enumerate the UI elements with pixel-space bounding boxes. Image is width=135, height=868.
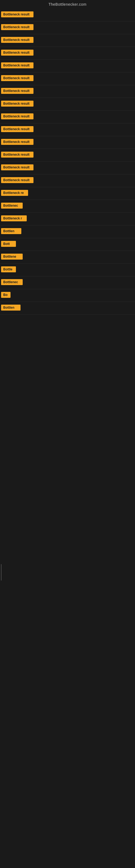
result-row: Bottleneck result xyxy=(0,123,135,136)
bottleneck-badge[interactable]: Bottlen xyxy=(1,305,20,311)
result-row: Bottleneck re xyxy=(0,187,135,200)
bottleneck-badge[interactable]: Bottleneck result xyxy=(1,24,34,30)
bottleneck-badge[interactable]: Bottleneck result xyxy=(1,37,34,43)
result-row: Bott xyxy=(0,238,135,251)
result-row: Bottleneck result xyxy=(0,22,135,34)
bottleneck-badge[interactable]: Bottleneck result xyxy=(1,126,34,132)
bottleneck-badge[interactable]: Bottle xyxy=(1,267,16,272)
bottleneck-badge[interactable]: Bottleneck result xyxy=(1,75,34,81)
bottleneck-badge[interactable]: Bottleneck result xyxy=(1,101,34,106)
result-row: Bottlene xyxy=(0,251,135,264)
result-row: Bottleneck result xyxy=(0,136,135,149)
bottleneck-badge[interactable]: Bottlenec xyxy=(1,279,23,285)
site-title: TheBottlenecker.com xyxy=(0,0,135,9)
bottleneck-badge[interactable]: Bottleneck result xyxy=(1,50,34,56)
bottleneck-badge[interactable]: Bo xyxy=(1,292,10,298)
results-list: Bottleneck resultBottleneck resultBottle… xyxy=(0,9,135,315)
bottleneck-badge[interactable]: Bottleneck result xyxy=(1,88,34,94)
result-row: Bottleneck result xyxy=(0,72,135,85)
bottleneck-badge[interactable]: Bottleneck r xyxy=(1,215,27,221)
result-row: Bottleneck result xyxy=(0,85,135,98)
bottleneck-badge[interactable]: Bottlenec xyxy=(1,203,23,209)
result-row: Bo xyxy=(0,289,135,302)
bottleneck-badge[interactable]: Bottleneck result xyxy=(1,164,34,170)
result-row: Bottleneck result xyxy=(0,149,135,162)
footer-line xyxy=(1,564,1,581)
bottleneck-badge[interactable]: Bottleneck result xyxy=(1,62,34,68)
bottleneck-badge[interactable]: Bott xyxy=(1,241,16,247)
result-row: Bottleneck result xyxy=(0,9,135,22)
result-row: Bottleneck r xyxy=(0,213,135,225)
result-row: Bottleneck result xyxy=(0,98,135,111)
result-row: Bottleneck result xyxy=(0,162,135,175)
result-row: Bottlenec xyxy=(0,200,135,213)
result-row: Bottleneck result xyxy=(0,47,135,60)
result-row: Bottleneck result xyxy=(0,175,135,187)
bottleneck-badge[interactable]: Bottleneck result xyxy=(1,11,34,18)
result-row: Bottleneck result xyxy=(0,60,135,72)
result-row: Bottlenec xyxy=(0,276,135,289)
bottleneck-badge[interactable]: Bottleneck result xyxy=(1,152,34,158)
result-row: Bottlen xyxy=(0,302,135,315)
result-row: Bottle xyxy=(0,264,135,276)
spacer xyxy=(0,315,135,559)
bottleneck-badge[interactable]: Bottleneck result xyxy=(1,139,34,145)
bottleneck-badge[interactable]: Bottleneck result xyxy=(1,113,34,119)
bottleneck-badge[interactable]: Bottlen xyxy=(1,228,21,234)
bottleneck-badge[interactable]: Bottleneck result xyxy=(1,177,34,183)
bottleneck-badge[interactable]: Bottlene xyxy=(1,254,23,259)
result-row: Bottlen xyxy=(0,225,135,238)
result-row: Bottleneck result xyxy=(0,111,135,123)
result-row: Bottleneck result xyxy=(0,34,135,47)
bottleneck-badge[interactable]: Bottleneck re xyxy=(1,190,28,196)
